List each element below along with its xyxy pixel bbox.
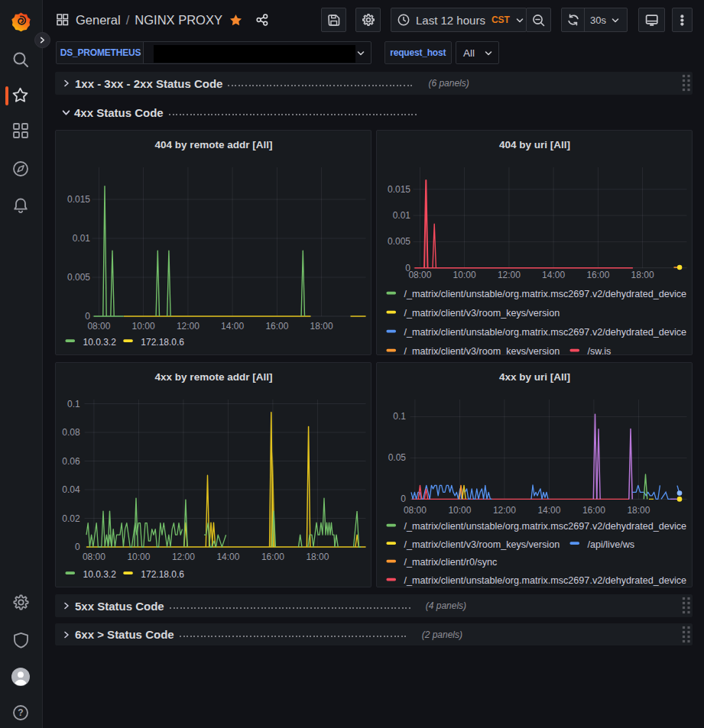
svg-text:0.01: 0.01 — [73, 233, 91, 244]
svg-text:0.01: 0.01 — [393, 210, 411, 221]
svg-text:172.18.0.6: 172.18.0.6 — [141, 337, 184, 348]
svg-text:10:00: 10:00 — [127, 552, 150, 562]
svg-text:4xx by remote addr [All]: 4xx by remote addr [All] — [155, 371, 273, 383]
svg-text:16:00: 16:00 — [582, 505, 605, 516]
svg-text:0.08: 0.08 — [62, 427, 80, 438]
svg-text:4xx by uri [All]: 4xx by uri [All] — [499, 371, 570, 383]
svg-text:0.04: 0.04 — [62, 484, 80, 495]
svg-text:172.18.0.6: 172.18.0.6 — [141, 569, 184, 580]
svg-text:14:00: 14:00 — [216, 552, 239, 562]
svg-text:/_matrix/client/unstable/org.m: /_matrix/client/unstable/org.matrix.msc2… — [404, 575, 687, 586]
svg-text:/_matrix/client/unstable/org.m: /_matrix/client/unstable/org.matrix.msc2… — [404, 327, 687, 338]
svg-text:0.1: 0.1 — [67, 399, 80, 409]
svg-text:12:00: 12:00 — [177, 321, 200, 332]
svg-text:0.005: 0.005 — [388, 236, 410, 247]
svg-text:10:00: 10:00 — [448, 505, 471, 516]
svg-text:404 by uri [All]: 404 by uri [All] — [499, 139, 570, 150]
svg-text:0.02: 0.02 — [62, 513, 80, 524]
svg-text:0.06: 0.06 — [62, 456, 80, 467]
svg-text:/_matrix/client/unstable/org.m: /_matrix/client/unstable/org.matrix.msc2… — [404, 289, 687, 299]
svg-text:/_matrix/client/v3/room_keys/v: /_matrix/client/v3/room_keys/version — [404, 539, 560, 550]
svg-text:0.015: 0.015 — [388, 184, 410, 195]
svg-text:?: ? — [18, 707, 23, 718]
svg-text:12:00: 12:00 — [172, 552, 195, 562]
svg-text:10:00: 10:00 — [453, 270, 476, 280]
svg-text:0: 0 — [85, 311, 90, 322]
svg-text:/sw.js: /sw.js — [588, 346, 612, 355]
svg-text:10.0.3.2: 10.0.3.2 — [83, 569, 117, 580]
svg-text:0.1: 0.1 — [393, 411, 406, 422]
svg-text:14:00: 14:00 — [537, 505, 560, 516]
svg-text:08:00: 08:00 — [83, 552, 105, 562]
svg-text:18:00: 18:00 — [306, 552, 329, 562]
svg-text:08:00: 08:00 — [87, 321, 110, 332]
svg-text:/_matrix/client/v3/room_keys/v: /_matrix/client/v3/room_keys/version — [404, 346, 560, 355]
svg-text:08:00: 08:00 — [404, 505, 427, 516]
svg-text:16:00: 16:00 — [265, 321, 288, 332]
svg-text:14:00: 14:00 — [542, 270, 565, 280]
svg-text:10.0.3.2: 10.0.3.2 — [83, 337, 117, 348]
svg-text:12:00: 12:00 — [493, 505, 516, 516]
svg-text:/api/live/ws: /api/live/ws — [588, 539, 635, 550]
svg-text:16:00: 16:00 — [586, 270, 609, 280]
svg-text:0.015: 0.015 — [67, 194, 90, 205]
svg-text:18:00: 18:00 — [627, 505, 650, 516]
svg-text:18:00: 18:00 — [310, 321, 333, 332]
svg-text:/_matrix/client/v3/room_keys/v: /_matrix/client/v3/room_keys/version — [404, 308, 560, 319]
svg-text:0: 0 — [401, 493, 406, 504]
svg-text:0.005: 0.005 — [67, 272, 90, 283]
svg-text:08:00: 08:00 — [408, 270, 431, 280]
svg-text:14:00: 14:00 — [221, 321, 244, 332]
svg-text:18:00: 18:00 — [631, 270, 654, 280]
svg-text:/_matrix/client/r0/sync: /_matrix/client/r0/sync — [404, 557, 498, 568]
svg-text:12:00: 12:00 — [498, 270, 521, 280]
svg-text:0.05: 0.05 — [388, 452, 407, 463]
svg-text:404 by remote addr [All]: 404 by remote addr [All] — [155, 139, 273, 150]
svg-text:10:00: 10:00 — [132, 321, 155, 332]
svg-text:16:00: 16:00 — [261, 552, 284, 562]
svg-text:/_matrix/client/unstable/org.m: /_matrix/client/unstable/org.matrix.msc2… — [404, 521, 687, 532]
svg-text:0: 0 — [75, 542, 80, 552]
